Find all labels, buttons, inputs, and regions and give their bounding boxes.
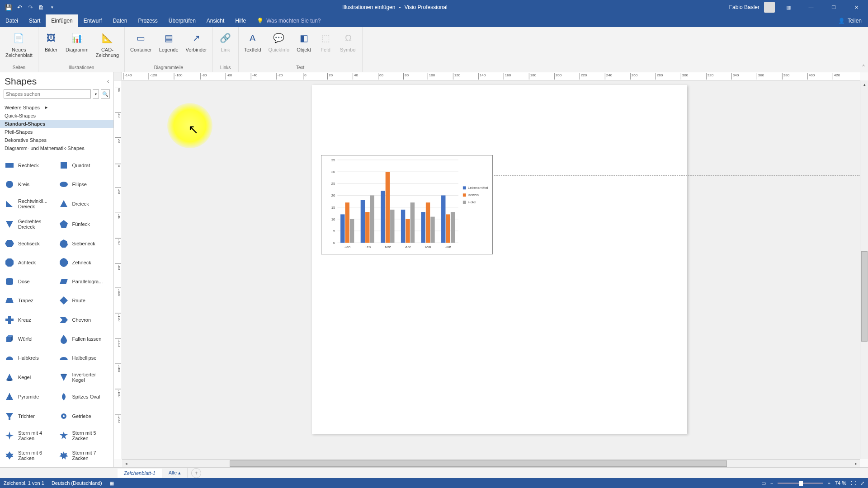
menu-tab-datei[interactable]: Datei — [0, 14, 24, 27]
shape-parallelogra-[interactable]: Parallelogra... — [57, 272, 111, 291]
search-dropdown-icon[interactable]: ▾ — [93, 89, 99, 99]
stencil-weitere-shapes[interactable]: Weitere Shapes▸ — [0, 103, 113, 112]
redo-icon[interactable]: ↷ — [26, 3, 34, 11]
stencil-standard-shapes[interactable]: Standard-Shapes — [0, 120, 113, 128]
shape-rechteck[interactable]: Rechteck — [3, 156, 57, 175]
shape-stern-mit-zacken[interactable]: Stern mit 7 Zacken — [57, 446, 111, 465]
ribbon-bilder[interactable]: 🖼Bilder — [41, 29, 61, 54]
shape-trichter[interactable]: Trichter — [3, 406, 57, 425]
scroll-right-icon[interactable]: ▸ — [852, 460, 860, 468]
qat-dropdown-icon[interactable]: ▾ — [48, 3, 56, 11]
zoom-slider[interactable] — [778, 483, 823, 484]
shape-spitzes-oval[interactable]: Spitzes Oval — [57, 387, 111, 406]
chart-object[interactable]: 05101520253035JanFebMrzAprMaiJunLebensmi… — [321, 155, 493, 254]
horizontal-scrollbar[interactable]: ◂ ▸ — [122, 459, 860, 467]
undo-icon[interactable]: ↶ — [15, 3, 24, 11]
page-tab-1[interactable]: Alle ▴ — [162, 468, 188, 478]
shape-sechseck[interactable]: Sechseck — [3, 234, 57, 253]
macro-icon[interactable]: ▦ — [109, 480, 114, 486]
menu-tab-überprüfen[interactable]: Überprüfen — [163, 14, 201, 27]
tell-me-input[interactable]: 💡Was möchten Sie tun? — [251, 14, 326, 27]
menu-tab-entwurf[interactable]: Entwurf — [78, 14, 108, 27]
shape-f-nfeck[interactable]: Fünfeck — [57, 214, 111, 234]
menu-tab-ansicht[interactable]: Ansicht — [201, 14, 230, 27]
shape-getriebe[interactable]: Getriebe — [57, 406, 111, 425]
zoom-out-icon[interactable]: − — [770, 480, 773, 486]
minimize-button[interactable]: — — [802, 0, 820, 14]
shape-zehneck[interactable]: Zehneck — [57, 253, 111, 272]
zoom-in-icon[interactable]: + — [827, 480, 830, 486]
stencil-diagramm-und-mathematik-shapes[interactable]: Diagramm- und Mathematik-Shapes — [0, 144, 113, 152]
menu-tab-daten[interactable]: Daten — [107, 14, 132, 27]
shape-stern-mit-zacken[interactable]: Stern mit 4 Zacken — [3, 426, 57, 446]
menu-tab-start[interactable]: Start — [24, 14, 46, 27]
shape-raute[interactable]: Raute — [57, 291, 111, 310]
search-icon[interactable]: 🔍 — [101, 89, 110, 99]
shape-rechtwinkli-dreieck[interactable]: Rechtwinkli... Dreieck — [3, 194, 57, 214]
shape-halbellipse[interactable]: Halbellipse — [57, 348, 111, 367]
shape-stern-mit-zacken[interactable]: Stern mit 5 Zacken — [57, 426, 111, 446]
stencil-pfeil-shapes[interactable]: Pfeil-Shapes — [0, 128, 113, 136]
scroll-thumb[interactable] — [861, 251, 868, 342]
ribbon-textfeld[interactable]: ATextfeld — [241, 29, 264, 54]
shape-siebeneck[interactable]: Siebeneck — [57, 234, 111, 253]
stencil-quick-shapes[interactable]: Quick-Shapes — [0, 112, 113, 120]
save-icon[interactable]: 💾 — [5, 3, 13, 11]
ribbon-verbinder[interactable]: ↗Verbinder — [183, 29, 210, 54]
shape-pyramide[interactable]: Pyramide — [3, 387, 57, 406]
ribbon-collapse-icon[interactable]: ^ — [859, 27, 868, 72]
shape-trapez[interactable]: Trapez — [3, 291, 57, 310]
shape-stern-mit-zacken[interactable]: Stern mit 6 Zacken — [3, 446, 57, 465]
ribbon-cad-zeichnung[interactable]: 📐CAD- Zeichnung — [93, 29, 122, 60]
shape-halbkreis[interactable]: Halbkreis — [3, 348, 57, 367]
shape-quadrat[interactable]: Quadrat — [57, 156, 111, 175]
shape-kreuz[interactable]: Kreuz — [3, 310, 57, 329]
shapes-search-input[interactable] — [4, 89, 91, 99]
shape-chevron[interactable]: Chevron — [57, 310, 111, 329]
shape-kreis[interactable]: Kreis — [3, 175, 57, 194]
ribbon-objekt[interactable]: ◧Objekt — [294, 29, 314, 54]
user-name[interactable]: Fabio Basler — [729, 4, 760, 10]
shape-ellipse[interactable]: Ellipse — [57, 175, 111, 194]
avatar[interactable] — [764, 2, 775, 13]
menu-tab-hilfe[interactable]: Hilfe — [230, 14, 251, 27]
share-icon[interactable]: 👤 — [838, 18, 845, 24]
doc-icon[interactable]: 🗎 — [37, 3, 45, 11]
maximize-button[interactable]: ☐ — [825, 0, 843, 14]
ribbon-container[interactable]: ▭Container — [127, 29, 155, 54]
shape-w-rfel[interactable]: Würfel — [3, 329, 57, 348]
ribbon-neues-zeichenblatt[interactable]: 📄Neues Zeichenblatt — [3, 29, 35, 60]
menu-tab-einfügen[interactable]: Einfügen — [46, 14, 78, 27]
shape-dreieck[interactable]: Dreieck — [57, 194, 111, 214]
share-button[interactable]: Teilen — [848, 18, 862, 24]
symbol-icon: Ω — [341, 31, 355, 45]
fit-page-icon[interactable]: ⛶ — [851, 480, 856, 486]
fullscreen-icon[interactable]: ⤢ — [860, 480, 864, 486]
vertical-scrollbar[interactable]: ▴ — [860, 80, 868, 459]
ribbon-diagramm[interactable]: 📊Diagramm — [63, 29, 91, 54]
shape-invertierter-kegel[interactable]: Invertierter Kegel — [57, 367, 111, 387]
drawing-page[interactable]: 05101520253035JanFebMrzAprMaiJunLebensmi… — [312, 85, 687, 434]
zoom-level[interactable]: 74 % — [835, 480, 846, 486]
shape-icon — [5, 258, 14, 267]
scroll-up-icon[interactable]: ▴ — [860, 80, 868, 89]
page-tab-0[interactable]: Zeichenblatt-1 — [118, 469, 162, 478]
view-full-icon[interactable]: ▭ — [761, 480, 766, 486]
close-button[interactable]: ✕ — [847, 0, 865, 14]
ribbon-mode-icon[interactable]: ▥ — [779, 0, 797, 14]
shape-gedrehtes-dreieck[interactable]: Gedrehtes Dreieck — [3, 214, 57, 234]
canvas[interactable]: 05101520253035JanFebMrzAprMaiJunLebensmi… — [122, 80, 860, 459]
language-label[interactable]: Deutsch (Deutschland) — [52, 480, 102, 486]
shape-fallen-lassen[interactable]: Fallen lassen — [57, 329, 111, 348]
shape-kegel[interactable]: Kegel — [3, 367, 57, 387]
shape-achteck[interactable]: Achteck — [3, 253, 57, 272]
scroll-thumb[interactable] — [230, 460, 727, 467]
menu-tab-prozess[interactable]: Prozess — [132, 14, 163, 27]
stencil-dekorative-shapes[interactable]: Dekorative Shapes — [0, 136, 113, 144]
shape-dose[interactable]: Dose — [3, 272, 57, 291]
canvas-area[interactable]: -140-120-100-80-60-40-200204060801001201… — [114, 72, 868, 467]
add-page-button[interactable]: + — [191, 468, 201, 478]
ribbon-legende[interactable]: ▤Legende — [156, 29, 181, 54]
collapse-panel-icon[interactable]: ‹ — [107, 78, 109, 84]
scroll-left-icon[interactable]: ◂ — [122, 460, 130, 468]
